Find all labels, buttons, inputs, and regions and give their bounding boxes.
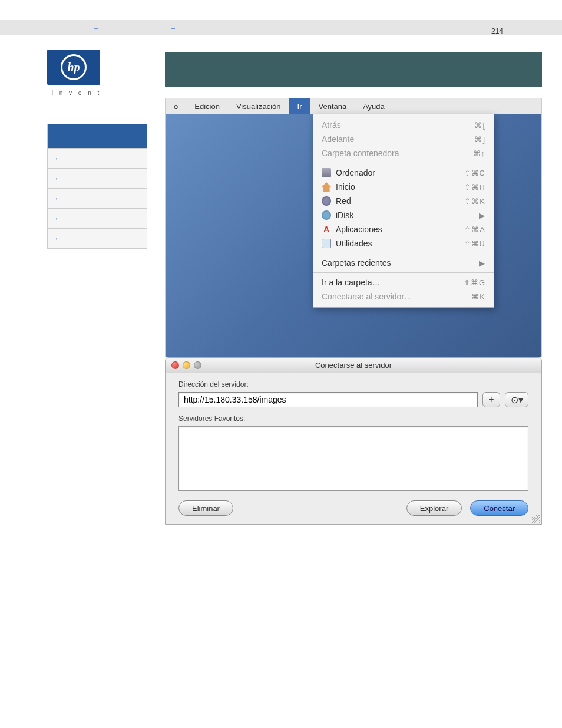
connect-server-dialog: Conectarse al servidor Dirección del ser… <box>165 357 542 525</box>
close-icon[interactable] <box>171 361 179 369</box>
server-address-input[interactable] <box>178 392 478 407</box>
section-title-bar <box>165 52 542 87</box>
hp-logo-text: hp <box>67 61 80 74</box>
sidebar-item[interactable]: → <box>48 168 147 188</box>
arrow-icon: → <box>52 195 58 202</box>
home-icon <box>322 182 331 192</box>
menu-item-label: Carpeta contenedora <box>322 149 399 158</box>
minimize-icon[interactable] <box>183 361 190 369</box>
dialog-titlebar: Conectarse al servidor <box>166 358 541 373</box>
menu-item-label: Conectarse al servidor… <box>322 292 412 301</box>
sidebar-item[interactable]: → <box>48 148 147 168</box>
connect-button[interactable]: Conectar <box>470 500 528 516</box>
sidebar-header <box>48 124 147 148</box>
breadcrumb: → → <box>0 20 562 35</box>
menubar-item-ayuda[interactable]: Ayuda <box>355 98 393 114</box>
resize-grip-icon[interactable] <box>532 515 540 523</box>
menu-separator <box>313 272 494 273</box>
shortcut-text: ⇧⌘A <box>464 225 485 234</box>
idisk-icon <box>322 210 331 220</box>
shortcut-text: ⇧⌘H <box>464 183 485 192</box>
menu-item-ordenador[interactable]: Ordenador ⇧⌘C <box>313 166 494 180</box>
computer-icon <box>322 168 331 177</box>
menu-item-utilidades[interactable]: Utilidades ⇧⌘U <box>313 236 494 251</box>
menu-item-label: Ir a la carpeta… <box>322 278 381 287</box>
applications-icon: A <box>322 225 331 234</box>
menu-separator <box>313 253 494 253</box>
shortcut-text: ⇧⌘C <box>464 169 485 177</box>
submenu-arrow-icon: ▶ <box>479 211 485 220</box>
arrow-icon: → <box>52 175 58 182</box>
menu-item-label: Aplicaciones <box>336 225 382 234</box>
shortcut-text: ⌘] <box>474 135 485 144</box>
menu-item-inicio[interactable]: Inicio ⇧⌘H <box>313 180 494 194</box>
sidebar-item[interactable]: → <box>48 208 147 228</box>
mac-menubar: o Edición Visualización Ir Ventana Ayuda <box>166 98 541 114</box>
arrow-icon: → <box>52 155 58 162</box>
shortcut-text: ⌘↑ <box>473 149 486 158</box>
menubar-partial: o <box>166 98 186 114</box>
menu-item-adelante: Adelante ⌘] <box>313 132 494 146</box>
arrow-icon: → <box>52 215 58 222</box>
favorite-servers-list[interactable] <box>178 426 528 491</box>
shortcut-text: ⇧⌘K <box>464 197 485 206</box>
menu-item-label: Red <box>336 196 351 206</box>
sidebar-item[interactable]: → <box>48 228 147 248</box>
clock-icon: ⊙▾ <box>511 394 523 406</box>
remove-button[interactable]: Eliminar <box>178 500 233 516</box>
dialog-title: Conectarse al servidor <box>315 361 392 370</box>
menu-item-label: Utilidades <box>336 239 372 248</box>
menu-item-carpetas-recientes[interactable]: Carpetas recientes ▶ <box>313 256 494 270</box>
mac-go-menu-screenshot: o Edición Visualización Ir Ventana Ayuda… <box>165 98 542 357</box>
browse-button[interactable]: Explorar <box>406 500 462 516</box>
menu-item-atras: Atrás ⌘[ <box>313 118 494 132</box>
menu-item-ir-carpeta[interactable]: Ir a la carpeta… ⇧⌘G <box>313 275 494 289</box>
menubar-item-visualizacion[interactable]: Visualización <box>228 98 289 114</box>
menu-item-label: Ordenador <box>336 168 375 177</box>
menubar-item-ventana[interactable]: Ventana <box>310 98 355 114</box>
breadcrumb-sep: → <box>170 25 176 31</box>
hp-tagline: i n v e n t <box>47 90 106 96</box>
shortcut-text: ⇧⌘U <box>464 239 485 248</box>
menu-item-idisk[interactable]: iDisk ▶ <box>313 208 494 222</box>
ir-dropdown-menu: Atrás ⌘[ Adelante ⌘] Carpeta contenedora… <box>313 114 494 308</box>
arrow-icon: → <box>52 235 58 242</box>
favorite-servers-label: Servidores Favoritos: <box>178 414 528 423</box>
menu-item-label: iDisk <box>336 210 353 220</box>
zoom-icon[interactable] <box>194 361 201 369</box>
page-number: 214 <box>491 27 503 35</box>
utilities-icon <box>322 239 331 248</box>
window-controls <box>171 361 201 369</box>
menu-item-label: Carpetas recientes <box>322 258 391 268</box>
server-history-button[interactable]: ⊙▾ <box>505 392 528 407</box>
network-icon <box>322 196 331 206</box>
breadcrumb-sep: → <box>93 25 99 31</box>
menu-item-aplicaciones[interactable]: AAplicaciones ⇧⌘A <box>313 222 494 236</box>
sidebar: → → → → → <box>47 124 147 249</box>
shortcut-text: ⌘[ <box>474 121 485 130</box>
menu-item-conectar-servidor: Conectarse al servidor… ⌘K <box>313 289 494 304</box>
menu-item-contenedora: Carpeta contenedora ⌘↑ <box>313 146 494 160</box>
menubar-item-edicion[interactable]: Edición <box>186 98 228 114</box>
server-address-label: Dirección del servidor: <box>178 380 528 388</box>
breadcrumb-link-1[interactable] <box>53 24 87 31</box>
breadcrumb-link-2[interactable] <box>105 24 164 31</box>
menu-item-label: Atrás <box>322 120 341 130</box>
submenu-arrow-icon: ▶ <box>479 259 485 268</box>
hp-logo: hp i n v e n t <box>47 50 106 103</box>
shortcut-text: ⇧⌘G <box>464 278 485 287</box>
sidebar-item[interactable]: → <box>48 188 147 208</box>
shortcut-text: ⌘K <box>471 292 485 301</box>
menu-item-label: Adelante <box>322 134 354 144</box>
menu-separator <box>313 163 494 163</box>
menu-item-label: Inicio <box>336 182 355 192</box>
add-server-button[interactable]: + <box>482 392 500 407</box>
menu-item-red[interactable]: Red ⇧⌘K <box>313 194 494 208</box>
menubar-item-ir[interactable]: Ir <box>289 98 310 114</box>
